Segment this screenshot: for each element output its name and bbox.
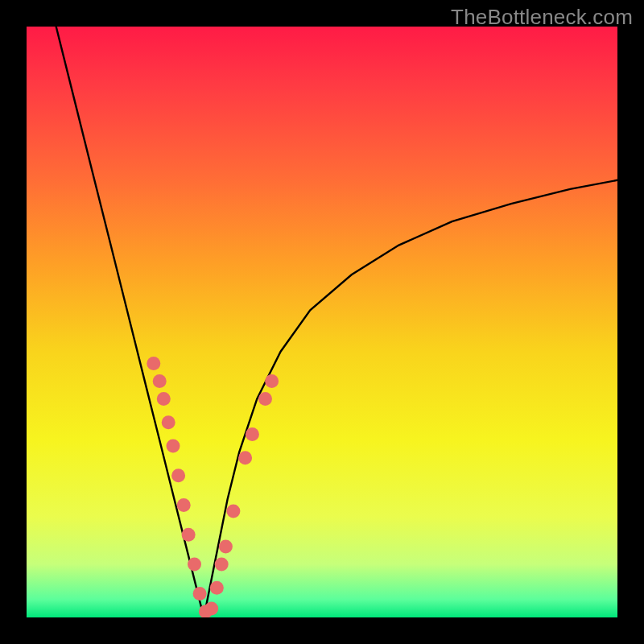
watermark-text: TheBottleneck.com <box>451 5 633 30</box>
gradient-background <box>27 27 617 617</box>
plot-area <box>27 27 617 617</box>
